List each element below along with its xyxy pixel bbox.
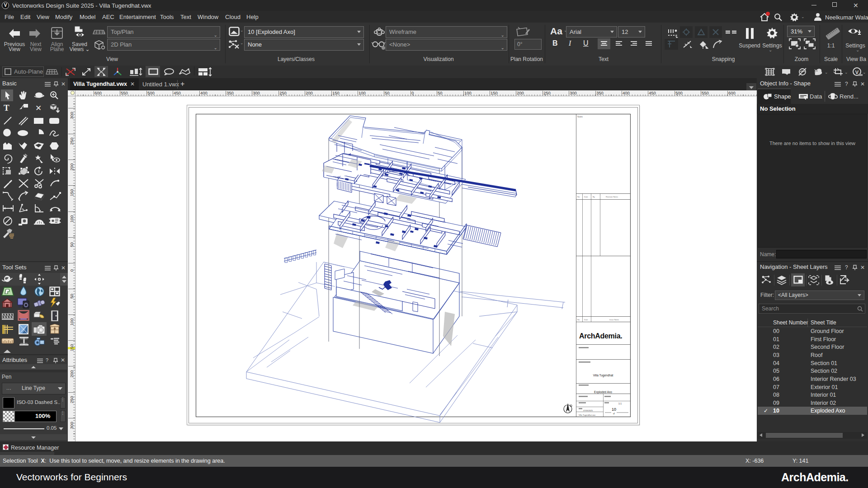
svg-text:Revision Notes: Revision Notes [606, 196, 618, 198]
svg-text:Issue Notes: Issue Notes [609, 319, 619, 321]
svg-text:07/05/2025: 07/05/2025 [583, 409, 593, 412]
svg-text:ArchAdemia.: ArchAdemia. [579, 332, 622, 340]
svg-text:Villa Tugendhat: Villa Tugendhat [593, 374, 613, 377]
svg-text:Date: Date [584, 319, 588, 321]
svg-text:No: No [577, 319, 580, 321]
svg-text:Date: Date [584, 196, 588, 198]
svg-text:No: No [577, 196, 580, 198]
svg-text:Villa Tugendhat.vwx: Villa Tugendhat.vwx [579, 414, 596, 416]
svg-text:Exploded Axo: Exploded Axo [594, 390, 612, 394]
svg-text:By: By [593, 196, 595, 198]
svg-text:1:1: 1:1 [618, 402, 622, 405]
svg-text:Notes: Notes [577, 116, 583, 118]
svg-text:10: 10 [612, 407, 616, 412]
